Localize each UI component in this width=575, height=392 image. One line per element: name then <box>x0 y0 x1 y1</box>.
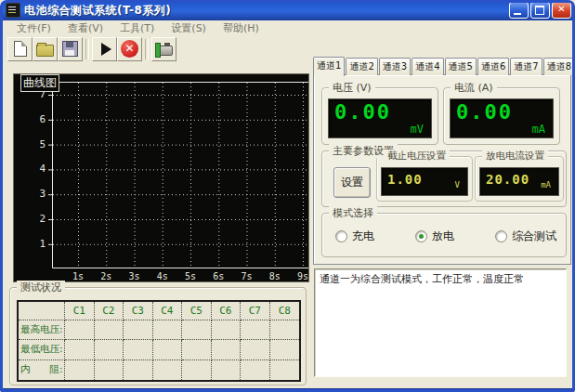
menu-item[interactable]: 设置(S) <box>163 20 215 36</box>
tab-通道1[interactable]: 通道1 <box>313 57 345 76</box>
close-button[interactable]: ✕ <box>552 2 571 19</box>
table-cell <box>241 320 270 340</box>
voltage-group-label: 电压 (V) <box>329 81 375 95</box>
voltage-unit: mV <box>411 123 424 136</box>
table-cell: 最低电压: <box>19 340 65 359</box>
discharge-current-display: 20.00 mA <box>479 167 559 196</box>
radio-button[interactable] <box>415 230 427 242</box>
table-cell <box>182 340 212 359</box>
cutoff-voltage-value: 1.00 <box>387 172 423 187</box>
tab-通道3[interactable]: 通道3 <box>379 58 411 75</box>
toolbar-separator <box>85 39 89 59</box>
table-cell <box>95 340 124 359</box>
x-tick-label: 2s <box>95 271 117 281</box>
mode-option-综合测试[interactable]: 综合测试 <box>495 229 556 244</box>
tab-通道8[interactable]: 通道8 <box>543 58 575 75</box>
table-cell <box>19 302 65 320</box>
cutoff-voltage-group: 截止电压设置 1.00 V <box>376 156 473 202</box>
voltage-group: 电压 (V) 0.00 mV <box>321 87 438 145</box>
table-cell: C5 <box>182 302 212 320</box>
set-params-button[interactable]: 设置 <box>333 167 371 198</box>
table-cell <box>95 320 124 340</box>
stop-icon: ✕ <box>121 40 138 58</box>
table-cell <box>124 360 153 380</box>
y-tick-label: 6 <box>14 113 46 125</box>
device-connect-button[interactable] <box>151 37 176 61</box>
table-cell: C2 <box>95 302 124 320</box>
cutoff-voltage-unit: V <box>455 180 460 189</box>
tab-通道4[interactable]: 通道4 <box>412 58 443 75</box>
radio-button[interactable] <box>495 230 507 242</box>
table-cell: C1 <box>65 302 95 320</box>
table-cell: C3 <box>124 302 153 320</box>
new-file-button[interactable] <box>7 37 33 61</box>
toolbar-separator <box>145 39 149 59</box>
menu-item[interactable]: 文件(F) <box>8 20 59 36</box>
discharge-current-label: 放电电流设置 <box>482 150 548 163</box>
x-tick-label: 9s <box>292 271 314 281</box>
start-test-button[interactable] <box>92 37 117 61</box>
y-tick-label: 2 <box>14 213 46 225</box>
tab-通道7[interactable]: 通道7 <box>510 58 542 75</box>
table-cell <box>153 340 183 359</box>
x-tick-label: 6s <box>207 271 229 281</box>
cutoff-voltage-label: 截止电压设置 <box>384 150 450 163</box>
current-value: 0.00 <box>456 100 513 124</box>
voltage-value: 0.00 <box>334 100 391 124</box>
test-status-group: 测试状况 C1C2C3C4C5C6C7C8最高电压:最低电压:内 阻: <box>9 287 307 385</box>
table-cell <box>182 320 212 340</box>
cutoff-voltage-display: 1.00 V <box>381 167 468 196</box>
curve-chart-panel: 曲线图 7654321 1s2s3s4s5s6s7s8s9s <box>13 73 309 282</box>
table-cell <box>153 320 183 340</box>
table-cell <box>124 320 153 340</box>
table-cell <box>241 360 270 380</box>
y-tick-label: 3 <box>14 188 46 200</box>
table-cell <box>65 320 95 340</box>
main-params-group: 主要参数设置 设置 截止电压设置 1.00 V 放电电流设置 20.00 mA <box>321 150 567 207</box>
x-tick-label: 8s <box>264 271 286 281</box>
channel-tab-page: 电压 (V) 0.00 mV 电流 (A) 0.00 mA 主要参数设置 设置 … <box>313 74 571 265</box>
radio-label: 综合测试 <box>512 229 556 244</box>
chart-grid <box>52 82 308 268</box>
y-tick-label: 4 <box>14 163 46 175</box>
radio-button[interactable] <box>335 230 347 242</box>
x-tick-label: 7s <box>236 271 258 281</box>
tab-通道6[interactable]: 通道6 <box>477 58 509 75</box>
radio-label: 放电 <box>432 229 454 244</box>
discharge-current-value: 20.00 <box>486 172 529 187</box>
open-file-button[interactable] <box>33 37 58 61</box>
table-cell <box>270 320 300 340</box>
mode-select-group: 模式选择 充电放电综合测试 <box>321 213 567 257</box>
table-cell <box>65 360 95 380</box>
table-cell: C6 <box>212 302 242 320</box>
new-file-icon <box>14 41 27 57</box>
mode-option-充电[interactable]: 充电 <box>335 229 374 244</box>
voltage-display: 0.00 mV <box>328 98 432 138</box>
current-unit: mA <box>532 123 545 136</box>
maximize-button[interactable] <box>530 2 550 19</box>
discharge-current-group: 放电电流设置 20.00 mA <box>475 156 564 202</box>
stop-test-button[interactable]: ✕ <box>117 37 142 61</box>
table-cell <box>95 360 124 380</box>
menu-item[interactable]: 查看(V) <box>59 20 111 36</box>
table-cell <box>182 360 212 380</box>
x-tick-label: 5s <box>179 271 202 281</box>
status-table: C1C2C3C4C5C6C7C8最高电压:最低电压:内 阻: <box>17 300 301 382</box>
radio-label: 充电 <box>352 229 374 244</box>
current-group: 电流 (A) 0.00 mA <box>443 87 560 145</box>
channel-status-textbox[interactable]: 通道一为综合测试模式，工作正常，温度正常 <box>314 268 567 377</box>
tab-通道2[interactable]: 通道2 <box>346 58 377 75</box>
mode-select-label: 模式选择 <box>329 206 377 220</box>
app-icon <box>6 3 20 18</box>
save-file-button[interactable] <box>58 37 83 61</box>
open-folder-icon <box>36 45 54 57</box>
table-cell: C8 <box>270 302 300 320</box>
mode-options: 充电放电综合测试 <box>335 229 556 244</box>
menu-item[interactable]: 帮助(H) <box>215 20 268 36</box>
mode-option-放电[interactable]: 放电 <box>415 229 454 244</box>
table-cell <box>124 340 153 359</box>
x-tick-label: 4s <box>151 271 174 281</box>
menu-item[interactable]: 工具(T) <box>111 20 163 36</box>
minimize-button[interactable] <box>509 2 529 19</box>
tab-通道5[interactable]: 通道5 <box>445 58 477 75</box>
